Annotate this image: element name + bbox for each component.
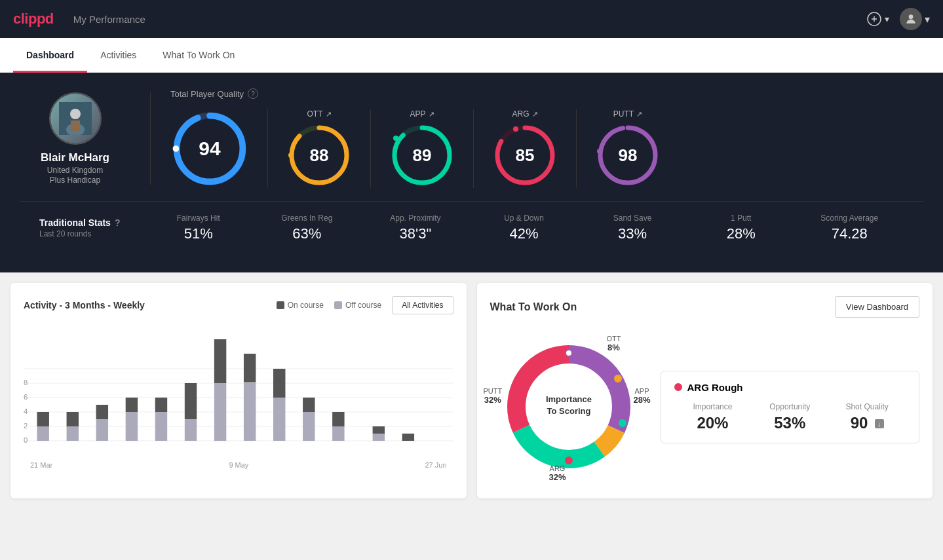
view-dashboard-button[interactable]: View Dashboard bbox=[835, 296, 919, 318]
hero-top: Blair McHarg United Kingdom Plus Handica… bbox=[20, 88, 923, 188]
add-chevron: ▾ bbox=[885, 14, 889, 24]
svg-rect-34 bbox=[67, 426, 79, 441]
metric-opportunity-label: Opportunity bbox=[751, 402, 828, 411]
svg-text:0: 0 bbox=[24, 436, 28, 444]
svg-rect-7 bbox=[71, 121, 80, 131]
stat-fairways-value: 51% bbox=[144, 225, 253, 242]
info-card: ARG Rough Importance 20% Opportunity 53%… bbox=[661, 371, 920, 443]
stat-oneputt: 1 Putt 28% bbox=[687, 214, 796, 242]
svg-text:Importance: Importance bbox=[545, 394, 591, 404]
trad-stats-title: Traditional Stats ? bbox=[39, 217, 144, 228]
score-ott: OTT ↗ 88 bbox=[268, 109, 371, 188]
svg-text:2: 2 bbox=[24, 422, 28, 430]
svg-rect-40 bbox=[155, 412, 167, 441]
svg-point-10 bbox=[173, 145, 180, 152]
svg-rect-56 bbox=[402, 434, 414, 441]
svg-point-62 bbox=[566, 350, 572, 356]
svg-rect-38 bbox=[126, 412, 138, 441]
svg-rect-36 bbox=[96, 419, 108, 441]
svg-text:6: 6 bbox=[24, 393, 28, 401]
tab-dashboard[interactable]: Dashboard bbox=[13, 38, 87, 73]
gauge-ott: 88 bbox=[286, 122, 352, 188]
metric-importance-value: 20% bbox=[674, 414, 752, 432]
quality-scores: 94 OTT ↗ 88 bbox=[170, 109, 923, 188]
trad-stats-subtitle: Last 20 rounds bbox=[39, 229, 144, 238]
svg-rect-55 bbox=[373, 426, 385, 434]
stat-updown: Up & Down 42% bbox=[470, 214, 579, 242]
stat-proximity-label: App. Proximity bbox=[361, 214, 470, 223]
metric-shotquality: Shot Quality 90 ↓ bbox=[828, 402, 906, 432]
header-title: My Performance bbox=[73, 14, 145, 25]
svg-rect-47 bbox=[244, 354, 256, 383]
svg-point-64 bbox=[619, 420, 626, 426]
metric-shotquality-label: Shot Quality bbox=[828, 402, 906, 411]
svg-rect-45 bbox=[214, 339, 226, 383]
svg-point-65 bbox=[566, 457, 572, 464]
donut-chart: Importance To Scoring OTT 8% APP 28% ARG bbox=[490, 328, 647, 485]
chart-label-3: 27 Jun bbox=[425, 461, 446, 469]
svg-rect-52 bbox=[332, 426, 344, 441]
hero-section: Blair McHarg United Kingdom Plus Handica… bbox=[0, 73, 943, 272]
stat-sandsave-label: Sand Save bbox=[578, 214, 687, 223]
player-info: Blair McHarg United Kingdom Plus Handica… bbox=[20, 92, 151, 185]
stat-oneputt-value: 28% bbox=[687, 225, 796, 242]
trad-stats-help-icon[interactable]: ? bbox=[115, 217, 121, 228]
chart-label-1: 21 Mar bbox=[30, 461, 52, 469]
traditional-stats: Traditional Stats ? Last 20 rounds Fairw… bbox=[20, 201, 923, 254]
legend-offcourse-label: Off course bbox=[345, 301, 381, 310]
putt-arrow: ↗ bbox=[636, 110, 642, 119]
score-arg: ARG ↗ 85 bbox=[474, 109, 577, 188]
stat-oneputt-label: 1 Putt bbox=[687, 214, 796, 223]
header-right: ▾ ▾ bbox=[866, 8, 930, 30]
stat-proximity: App. Proximity 38'3" bbox=[361, 214, 470, 242]
gauge-putt: 98 bbox=[595, 122, 661, 188]
stat-updown-label: Up & Down bbox=[470, 214, 579, 223]
svg-rect-41 bbox=[155, 398, 167, 412]
chart-labels: 21 Mar 9 May 27 Jun bbox=[24, 461, 453, 469]
svg-rect-44 bbox=[214, 383, 226, 441]
ott-arrow: ↗ bbox=[326, 110, 332, 119]
stat-greens-value: 63% bbox=[253, 225, 362, 242]
add-button[interactable]: ▾ bbox=[866, 11, 889, 27]
svg-rect-48 bbox=[273, 398, 285, 441]
player-country: United Kingdom bbox=[47, 166, 103, 175]
chart-title: Activity - 3 Months - Weekly bbox=[24, 300, 277, 310]
donut-label-ott: OTT 8% bbox=[607, 335, 621, 352]
svg-point-19 bbox=[513, 126, 518, 132]
stat-greens: Greens In Reg 63% bbox=[253, 214, 362, 242]
chart-svg: 0 2 4 6 8 bbox=[24, 325, 453, 456]
trad-stats-label: Traditional Stats ? Last 20 rounds bbox=[39, 217, 144, 238]
quality-help-icon[interactable]: ? bbox=[248, 88, 258, 99]
svg-text:8: 8 bbox=[24, 379, 28, 386]
metric-importance-label: Importance bbox=[674, 402, 752, 411]
nav-tabs: Dashboard Activities What To Work On bbox=[0, 38, 943, 73]
legend-oncourse-label: On course bbox=[288, 301, 324, 310]
player-avatar bbox=[49, 92, 102, 145]
arg-value: 85 bbox=[516, 145, 535, 166]
gauge-overall: 94 bbox=[170, 109, 249, 188]
score-putt: PUTT ↗ 98 bbox=[577, 109, 679, 188]
player-handicap: Plus Handicap bbox=[50, 176, 100, 185]
wtwo-title: What To Work On bbox=[490, 301, 835, 313]
quality-section: Total Player Quality ? 94 bbox=[151, 88, 923, 188]
donut-label-arg: ARG 32% bbox=[549, 464, 566, 482]
stat-proximity-value: 38'3" bbox=[361, 225, 470, 242]
all-activities-button[interactable]: All Activities bbox=[392, 296, 453, 314]
metric-opportunity-value: 53% bbox=[751, 414, 828, 432]
wtwo-panel: What To Work On View Dashboard bbox=[477, 283, 933, 498]
ott-value: 88 bbox=[310, 145, 329, 166]
stat-fairways: Fairways Hit 51% bbox=[144, 214, 253, 242]
tab-activities[interactable]: Activities bbox=[87, 38, 149, 73]
activity-panel: Activity - 3 Months - Weekly On course O… bbox=[10, 283, 467, 498]
legend-offcourse: Off course bbox=[334, 301, 381, 310]
user-avatar bbox=[900, 8, 922, 30]
quality-badge: ↓ bbox=[875, 419, 884, 428]
bottom-panels: Activity - 3 Months - Weekly On course O… bbox=[0, 272, 943, 509]
metric-importance: Importance 20% bbox=[674, 402, 752, 432]
bar-1-on bbox=[37, 412, 48, 426]
avatar-chevron: ▾ bbox=[925, 13, 930, 26]
tab-what-to-work-on[interactable]: What To Work On bbox=[149, 38, 248, 73]
avatar-wrap[interactable]: ▾ bbox=[900, 8, 930, 30]
quality-label: Total Player Quality ? bbox=[170, 88, 923, 99]
svg-point-5 bbox=[70, 109, 81, 119]
